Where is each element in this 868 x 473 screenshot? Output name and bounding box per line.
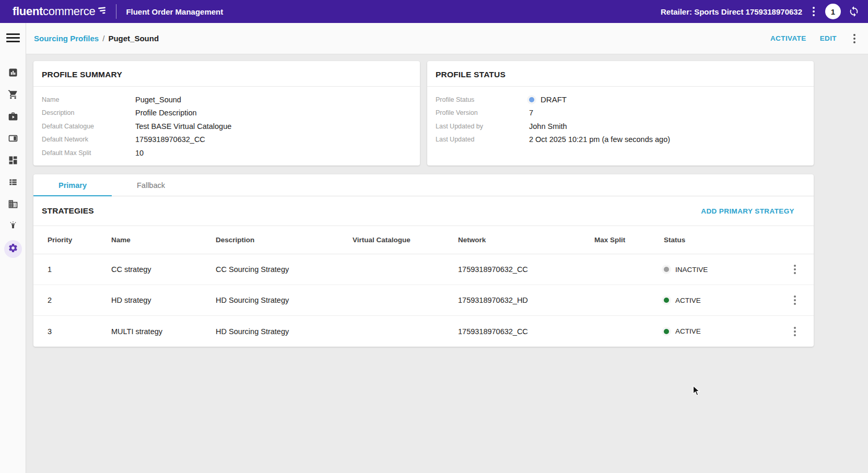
tab-primary[interactable]: Primary: [33, 174, 112, 196]
draft-status-dot: [529, 97, 534, 102]
table-row[interactable]: 3 MULTI strategy HD Sourcing Strategy 17…: [33, 316, 814, 347]
field-value: John Smith: [529, 122, 567, 131]
cell-description: CC Sourcing Strategy: [216, 265, 353, 274]
strategies-table-header: Priority Name Description Virtual Catalo…: [33, 226, 814, 254]
field-value: DRAFT: [529, 95, 567, 104]
status-row-profile-version: Profile Version 7: [436, 107, 805, 120]
app-title: Fluent Order Management: [126, 7, 223, 16]
fluent-logo-mark-icon: [97, 7, 107, 16]
page-header: Sourcing Profiles / Puget_Sound ACTIVATE…: [26, 23, 868, 54]
column-header-virtual-catalogue: Virtual Catalogue: [353, 236, 458, 244]
retailer-context-label[interactable]: Retailer: Sports Direct 1759318970632: [661, 7, 802, 16]
cell-status: ACTIVE: [664, 327, 784, 335]
status-dot: [664, 298, 669, 303]
cell-priority: 1: [48, 265, 111, 274]
topbar-kebab-menu-icon[interactable]: [810, 5, 818, 18]
sidebar-item-analytics[interactable]: [3, 63, 24, 85]
profile-status-card: PROFILE STATUS Profile Status DRAFT Prof…: [427, 61, 814, 165]
gear-icon: [8, 243, 18, 255]
tab-fallback[interactable]: Fallback: [112, 174, 190, 196]
summary-row-description: Description Profile Description: [42, 107, 412, 120]
summary-row-name: Name Puget_Sound: [42, 93, 412, 107]
profile-status-title: PROFILE STATUS: [427, 61, 814, 87]
sidebar-item-insights[interactable]: [3, 216, 24, 238]
status-badge: INACTIVE: [675, 266, 708, 274]
sidebar-item-fulfilment[interactable]: [3, 107, 24, 128]
status-row-last-updated: Last Updated 2 Oct 2025 10:21 pm (a few …: [436, 133, 805, 147]
field-label: Default Network: [42, 136, 135, 143]
cell-network: 1759318970632_CC: [458, 265, 594, 274]
field-value: 2 Oct 2025 10:21 pm (a few seconds ago): [529, 135, 670, 144]
row-kebab-menu-icon[interactable]: [784, 293, 805, 308]
topbar-divider: [116, 4, 116, 19]
fluentcommerce-logo[interactable]: fluentcommerce: [13, 5, 107, 18]
sidebar-item-payments[interactable]: [3, 128, 24, 150]
row-kebab-menu-icon[interactable]: [784, 262, 805, 277]
cell-priority: 2: [48, 296, 111, 304]
field-value: Puget_Sound: [135, 96, 181, 104]
column-header-max-split: Max Split: [594, 236, 664, 244]
left-sidebar: [0, 23, 26, 473]
column-header-name: Name: [111, 236, 216, 244]
breadcrumb-separator: /: [102, 34, 104, 43]
main-content: PROFILE SUMMARY Name Puget_Sound Descrip…: [26, 54, 868, 473]
status-badge: ACTIVE: [675, 297, 701, 304]
column-header-network: Network: [458, 236, 594, 244]
table-row[interactable]: 2 HD strategy HD Sourcing Strategy 17593…: [33, 285, 814, 316]
sidebar-item-settings[interactable]: [3, 238, 24, 260]
sidebar-item-locations[interactable]: [3, 194, 24, 216]
status-row-last-updated-by: Last Updated by John Smith: [436, 120, 805, 133]
column-header-description: Description: [216, 236, 353, 244]
field-value: Test BASE Virtual Catalogue: [135, 122, 231, 131]
activate-button[interactable]: ACTIVATE: [770, 34, 806, 42]
torch-icon: [8, 221, 18, 233]
field-label: Last Updated by: [436, 123, 529, 130]
user-avatar-badge[interactable]: 1: [825, 4, 841, 19]
field-label: Profile Version: [436, 109, 529, 116]
top-app-bar: fluentcommerce Fluent Order Management R…: [0, 0, 868, 23]
page-kebab-menu-icon[interactable]: [850, 32, 859, 45]
cell-network: 1759318970632_HD: [458, 296, 594, 304]
shopping-cart-icon: [8, 89, 18, 102]
breadcrumb-sourcing-profiles-link[interactable]: Sourcing Profiles: [34, 34, 99, 43]
refresh-icon[interactable]: [848, 6, 860, 17]
status-badge: DRAFT: [541, 95, 567, 104]
status-dot: [664, 329, 669, 334]
field-label: Description: [42, 109, 135, 116]
page-title: Puget_Sound: [108, 34, 159, 43]
column-header-status: Status: [664, 236, 784, 244]
field-label: Default Max Split: [42, 149, 135, 157]
cell-name: MULTI strategy: [111, 327, 216, 336]
column-header-priority: Priority: [48, 236, 111, 244]
summary-row-default-max-split: Default Max Split 10: [42, 146, 412, 160]
field-label: Last Updated: [436, 136, 529, 143]
status-dot: [664, 267, 669, 272]
field-label: Name: [42, 96, 135, 103]
summary-row-default-catalogue: Default Catalogue Test BASE Virtual Cata…: [42, 120, 412, 133]
cell-status: INACTIVE: [664, 266, 784, 274]
bar-chart-icon: [8, 67, 18, 80]
card-panel-icon: [8, 133, 18, 146]
strategies-card: Primary Fallback STRATEGIES ADD PRIMARY …: [33, 174, 814, 347]
sidebar-item-dashboard[interactable]: [3, 150, 24, 172]
hamburger-menu-icon[interactable]: [6, 33, 20, 44]
table-row[interactable]: 1 CC strategy CC Sourcing Strategy 17593…: [33, 254, 814, 285]
cell-description: HD Sourcing Strategy: [216, 327, 353, 336]
sidebar-item-lists[interactable]: [3, 172, 24, 194]
strategy-tabs: Primary Fallback: [33, 174, 814, 196]
status-badge: ACTIVE: [675, 327, 701, 335]
edit-button[interactable]: EDIT: [820, 34, 837, 42]
profile-summary-title: PROFILE SUMMARY: [33, 61, 420, 87]
cell-name: HD strategy: [111, 296, 216, 304]
field-value: Profile Description: [135, 109, 197, 117]
summary-row-default-network: Default Network 1759318970632_CC: [42, 133, 412, 147]
field-label: Profile Status: [436, 96, 529, 103]
field-label: Default Catalogue: [42, 123, 135, 130]
sidebar-item-orders[interactable]: [3, 85, 24, 107]
dashboard-grid-icon: [8, 155, 18, 168]
cell-priority: 3: [48, 327, 111, 336]
add-primary-strategy-button[interactable]: ADD PRIMARY STRATEGY: [701, 207, 794, 215]
cell-status: ACTIVE: [664, 297, 784, 304]
cell-network: 1759318970632_CC: [458, 327, 594, 336]
row-kebab-menu-icon[interactable]: [784, 324, 805, 339]
